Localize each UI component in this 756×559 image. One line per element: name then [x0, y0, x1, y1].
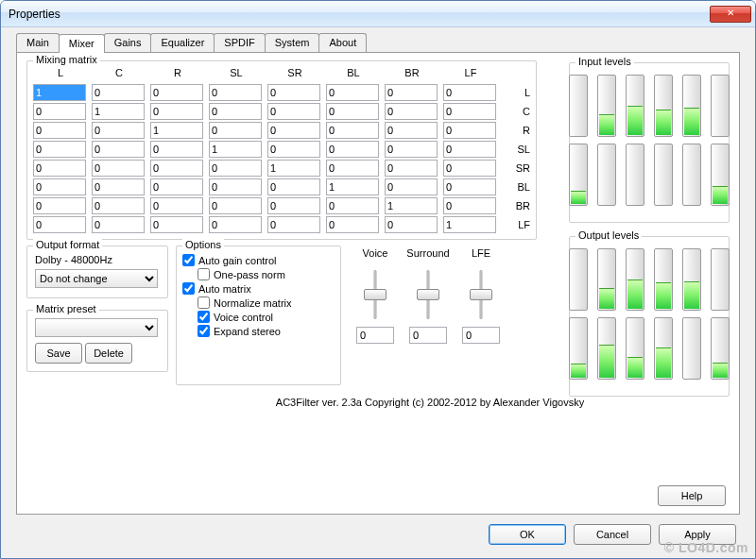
matrix-cell[interactable]	[267, 122, 320, 139]
matrix-cell[interactable]	[209, 122, 262, 139]
level-bar	[682, 248, 701, 311]
matrix-cell[interactable]	[209, 141, 262, 158]
matrix-cell[interactable]	[92, 141, 145, 158]
matrix-cell[interactable]	[150, 84, 203, 101]
matrix-cell[interactable]	[92, 197, 145, 214]
matrix-cell[interactable]	[326, 197, 379, 214]
tab-main[interactable]: Main	[16, 33, 60, 52]
matrix-cell[interactable]	[209, 84, 262, 101]
matrix-cell[interactable]	[326, 122, 379, 139]
matrix-cell[interactable]	[150, 141, 203, 158]
tab-mixer[interactable]: Mixer	[59, 34, 105, 53]
help-button[interactable]: Help	[658, 485, 726, 506]
matrix-cell[interactable]	[150, 103, 203, 120]
matrix-cell[interactable]	[92, 178, 145, 195]
matrix-cell[interactable]	[33, 141, 86, 158]
matrix-cell[interactable]	[267, 141, 320, 158]
matrix-cell[interactable]	[385, 141, 438, 158]
option-one-pass: One-pass norm	[182, 268, 335, 280]
tab-spdif[interactable]: SPDIF	[214, 33, 265, 52]
matrix-cell[interactable]	[326, 84, 379, 101]
matrix-cell[interactable]	[33, 216, 86, 233]
matrix-cell[interactable]	[385, 197, 438, 214]
matrix-cell[interactable]	[150, 197, 203, 214]
checkbox-one-pass[interactable]	[198, 268, 210, 280]
matrix-cell[interactable]	[150, 160, 203, 177]
ok-button[interactable]: OK	[489, 524, 566, 545]
matrix-cell[interactable]	[209, 103, 262, 120]
tab-about[interactable]: About	[318, 33, 367, 52]
matrix-cell[interactable]	[267, 84, 320, 101]
matrix-cell[interactable]	[92, 160, 145, 177]
matrix-cell[interactable]	[92, 122, 145, 139]
matrix-cell[interactable]	[443, 103, 496, 120]
matrix-cell[interactable]	[385, 84, 438, 101]
matrix-cell[interactable]	[33, 160, 86, 177]
voice-value[interactable]	[356, 327, 394, 344]
matrix-cell[interactable]	[326, 103, 379, 120]
checkbox-expand-stereo[interactable]	[198, 325, 210, 337]
surround-slider[interactable]	[414, 266, 442, 323]
matrix-cell[interactable]	[443, 178, 496, 195]
tab-system[interactable]: System	[265, 33, 320, 52]
matrix-cell[interactable]	[33, 103, 86, 120]
matrix-cell[interactable]	[150, 178, 203, 195]
close-icon: ✕	[727, 8, 734, 18]
matrix-cell[interactable]	[92, 103, 145, 120]
level-bar	[569, 317, 588, 380]
checkbox-auto-gain[interactable]	[182, 254, 195, 266]
matrix-cell[interactable]	[209, 178, 262, 195]
matrix-cell[interactable]	[92, 216, 145, 233]
level-bar	[626, 144, 644, 206]
lfe-slider[interactable]	[467, 266, 495, 323]
lfe-value[interactable]	[462, 327, 500, 344]
checkbox-normalize[interactable]	[198, 296, 210, 309]
matrix-cell[interactable]	[33, 84, 86, 101]
matrix-cell[interactable]	[267, 216, 320, 233]
matrix-cell[interactable]	[326, 216, 379, 233]
checkbox-voice-ctrl[interactable]	[198, 311, 210, 323]
cancel-button[interactable]: Cancel	[574, 524, 651, 545]
matrix-cell[interactable]	[209, 197, 262, 214]
slider-label-surround: Surround	[406, 247, 449, 263]
matrix-cell[interactable]	[443, 122, 496, 139]
save-button[interactable]: Save	[35, 343, 82, 364]
surround-value[interactable]	[409, 327, 447, 344]
matrix-cell[interactable]	[385, 122, 438, 139]
matrix-cell[interactable]	[326, 178, 379, 195]
matrix-cell[interactable]	[33, 197, 86, 214]
matrix-cell[interactable]	[267, 178, 320, 195]
checkbox-auto-matrix[interactable]	[182, 282, 195, 295]
matrix-cell[interactable]	[443, 197, 496, 214]
delete-button[interactable]: Delete	[85, 343, 132, 364]
matrix-cell[interactable]	[267, 103, 320, 120]
matrix-cell[interactable]	[443, 160, 496, 177]
tab-equalizer[interactable]: Equalizer	[150, 33, 215, 52]
matrix-cell[interactable]	[443, 84, 496, 101]
matrix-row-SR: SR	[502, 162, 530, 174]
level-bar	[654, 75, 673, 137]
matrix-cell[interactable]	[267, 197, 320, 214]
matrix-cell[interactable]	[326, 160, 379, 177]
matrix-cell[interactable]	[209, 216, 262, 233]
matrix-cell[interactable]	[33, 122, 86, 139]
matrix-cell[interactable]	[209, 160, 262, 177]
apply-button[interactable]: Apply	[659, 524, 736, 545]
matrix-cell[interactable]	[385, 178, 438, 195]
matrix-preset-select[interactable]	[35, 318, 158, 337]
matrix-cell[interactable]	[385, 103, 438, 120]
matrix-cell[interactable]	[33, 178, 86, 195]
matrix-cell[interactable]	[326, 141, 379, 158]
matrix-cell[interactable]	[150, 216, 203, 233]
output-format-select[interactable]: Do not change	[35, 269, 158, 288]
matrix-cell[interactable]	[385, 160, 438, 177]
matrix-cell[interactable]	[443, 141, 496, 158]
tab-gains[interactable]: Gains	[104, 33, 152, 52]
matrix-cell[interactable]	[443, 216, 496, 233]
matrix-cell[interactable]	[150, 122, 203, 139]
matrix-cell[interactable]	[385, 216, 438, 233]
voice-slider[interactable]	[361, 266, 389, 323]
close-button[interactable]: ✕	[710, 6, 751, 23]
matrix-cell[interactable]	[267, 160, 320, 177]
matrix-cell[interactable]	[92, 84, 145, 101]
